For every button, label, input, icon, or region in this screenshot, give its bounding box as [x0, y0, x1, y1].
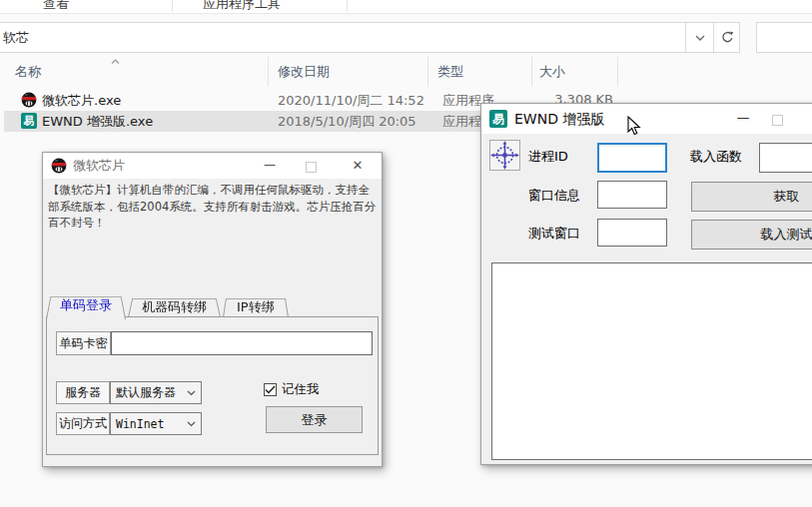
card-key-input[interactable]: [111, 331, 373, 355]
ribbon-separator: [347, 0, 348, 12]
window-info-label: 窗口信息: [528, 187, 580, 205]
helmet-icon: [21, 92, 37, 108]
address-dropdown-button[interactable]: [685, 23, 714, 52]
access-method-label: 访问方式: [56, 412, 110, 435]
easy-language-icon: 易: [489, 110, 507, 128]
file-date: 2020/11/10/周二 14:52: [278, 92, 424, 110]
window-title: 微软芯片: [73, 153, 125, 179]
ribbon-tab-view[interactable]: 查看: [43, 0, 69, 13]
checkbox-check: [265, 385, 276, 394]
remember-me-label: 记住我: [282, 381, 320, 398]
minimize-button[interactable]: —: [261, 153, 279, 177]
easy-language-icon: 易: [21, 113, 37, 129]
access-selected-value: WinInet: [111, 417, 187, 431]
refresh-icon: [721, 31, 734, 44]
chevron-down-icon: [187, 421, 196, 427]
ribbon-divider: [0, 13, 812, 14]
chevron-down-icon: [187, 390, 196, 396]
maximize-icon[interactable]: [306, 162, 317, 173]
tab-ip-rebind[interactable]: IP转绑: [223, 296, 289, 317]
chip-window: 微软芯片 — ✕ 【微软芯片】计算机自带的汇编，不调用任何鼠标驱动，支持全 部系…: [42, 152, 383, 467]
column-divider[interactable]: [617, 57, 618, 87]
column-divider[interactable]: [531, 57, 532, 87]
server-selected-value: 默认服务器: [111, 384, 187, 401]
ewnd-window: 易 EWND 增强版 — 进程ID 载入函数 窗口信息 获取 测试窗口 载入测试: [480, 103, 812, 465]
load-test-button[interactable]: 载入测试: [691, 220, 812, 250]
address-bar[interactable]: 软芯: [0, 22, 740, 53]
access-method-select[interactable]: WinInet: [110, 412, 202, 435]
refresh-button[interactable]: [713, 23, 740, 52]
ewnd-window-titlebar[interactable]: 易 EWND 增强版 —: [481, 104, 812, 134]
remember-me-checkbox[interactable]: [264, 383, 277, 396]
result-listbox[interactable]: [491, 262, 812, 460]
column-header-name[interactable]: 名称: [15, 63, 41, 81]
column-header-size[interactable]: 大小: [539, 63, 565, 81]
window-finder-icon[interactable]: [489, 140, 520, 171]
window-info-input[interactable]: [597, 181, 667, 209]
tab-single-code-login[interactable]: 单码登录: [46, 293, 126, 317]
chevron-down-icon: [695, 35, 705, 41]
load-function-label: 载入函数: [690, 148, 742, 166]
minimize-button[interactable]: —: [733, 104, 753, 132]
file-name: 微软芯片.exe: [42, 92, 121, 110]
test-window-input[interactable]: [597, 219, 667, 247]
helmet-icon: [51, 158, 67, 174]
ribbon-tab-app-tools[interactable]: 应用程序工具: [203, 0, 281, 13]
ribbon-tab-strip: 查看 应用程序工具: [0, 0, 812, 13]
description-text: 【微软芯片】计算机自带的汇编，不调用任何鼠标驱动，支持全 部系统版本，包括200…: [48, 182, 382, 232]
tab-machine-code-rebind[interactable]: 机器码转绑: [128, 296, 221, 317]
column-divider[interactable]: [268, 57, 269, 87]
mouse-cursor: [627, 116, 643, 138]
column-header-date[interactable]: 修改日期: [278, 63, 330, 81]
sort-ascending-icon: [111, 59, 120, 65]
card-key-label: 单码卡密: [56, 331, 111, 355]
login-button[interactable]: 登录: [266, 406, 363, 433]
server-label: 服务器: [56, 381, 110, 404]
window-title: EWND 增强版: [514, 104, 604, 134]
process-id-label: 进程ID: [528, 148, 568, 166]
load-function-input[interactable]: [759, 143, 812, 173]
search-input[interactable]: [756, 22, 812, 53]
desktop: 查看 应用程序工具 软芯 名称 修改日期 类型 大小: [0, 0, 812, 507]
maximize-icon[interactable]: [772, 115, 783, 126]
chip-window-titlebar[interactable]: 微软芯片 — ✕: [43, 153, 382, 179]
test-window-label: 测试窗口: [528, 225, 580, 243]
get-button[interactable]: 获取: [691, 182, 812, 212]
file-date: 2018/5/10/周四 20:05: [278, 113, 416, 131]
tab-strip: 单码登录 机器码转绑 IP转绑: [46, 293, 291, 317]
server-select[interactable]: 默认服务器: [110, 381, 202, 404]
address-text: 软芯: [3, 23, 29, 52]
column-divider[interactable]: [427, 57, 428, 87]
column-header-type[interactable]: 类型: [437, 63, 463, 81]
process-id-input[interactable]: [597, 143, 667, 173]
file-name: EWND 增强版.exe: [42, 113, 153, 131]
close-button[interactable]: ✕: [349, 153, 367, 179]
ribbon-separator: [172, 0, 173, 12]
